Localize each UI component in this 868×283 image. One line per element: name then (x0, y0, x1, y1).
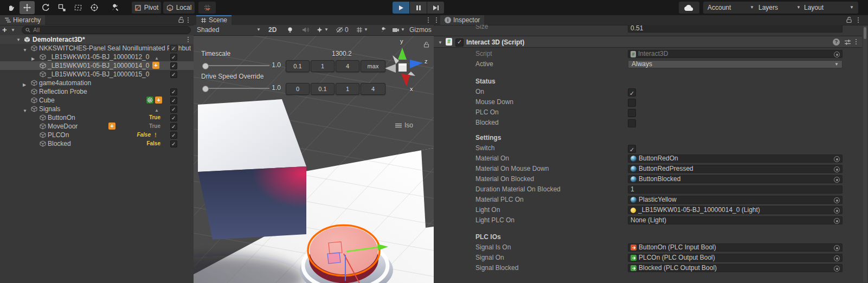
hierarchy-row[interactable]: ButtonOn True (0, 113, 194, 122)
number-field[interactable]: 1 (628, 185, 843, 194)
scene-audio-toggle[interactable] (302, 25, 309, 34)
object-picker-icon[interactable] (834, 156, 840, 162)
create-object-button[interactable]: +▼ (2, 25, 16, 34)
foldout-closed-icon[interactable]: ▶ (31, 55, 35, 61)
light-object-field[interactable]: _LB15WKW01-05-BJ_10000014_0 (Light) (628, 206, 843, 214)
scene-camera-dropdown[interactable]: ▼ (392, 25, 405, 34)
step-button[interactable] (427, 2, 444, 14)
blocked-checkbox[interactable] (628, 119, 636, 127)
scene-row-kebab[interactable] (188, 37, 189, 42)
size-field[interactable]: 0.51 (628, 25, 843, 33)
activation-checkbox[interactable] (170, 106, 177, 113)
foldout-open-icon[interactable]: ▼ (16, 37, 21, 42)
timescale-preset-button[interactable]: 0.1 (286, 60, 310, 72)
object-picker-icon[interactable] (834, 197, 840, 203)
projection-mode-toggle[interactable]: Iso (395, 121, 413, 129)
hierarchy-row[interactable]: PLCOn False ! (0, 131, 194, 139)
mouse-down-checkbox[interactable] (628, 99, 636, 107)
component-menu-kebab[interactable] (856, 39, 857, 44)
activation-checkbox[interactable] (170, 123, 177, 130)
hierarchy-row[interactable]: ▼ Signals ▲ (0, 105, 194, 113)
object-picker-icon[interactable] (834, 266, 840, 272)
signal-object-field[interactable]: Blocked (PLC Output Bool) (628, 264, 843, 272)
scene-tools-overlay-button[interactable] (380, 25, 387, 34)
material-object-field[interactable]: PlasticYellow (628, 196, 843, 204)
2d-toggle[interactable]: 2D (268, 25, 277, 34)
scene-viewport[interactable]: Timescale 1300.2 1.0 0.1 1 4 max Drive S… (194, 36, 434, 283)
object-picker-icon[interactable] (834, 177, 840, 183)
scene-lighting-toggle[interactable] (287, 25, 293, 34)
foldout-open-icon[interactable]: ▼ (23, 107, 27, 113)
gizmo-lock-icon[interactable] (423, 41, 429, 49)
object-picker-icon[interactable] (834, 52, 840, 57)
tab-inspector[interactable]: i Inspector (440, 15, 484, 25)
timescale-preset-button[interactable]: 4 (336, 60, 359, 72)
inspector-menu-kebab[interactable] (858, 17, 859, 23)
tab-hierarchy[interactable]: Hierarchy (0, 15, 45, 25)
activation-checkbox[interactable] (170, 54, 177, 61)
effects-dropdown[interactable]: ▼ (316, 25, 329, 34)
drive-speed-preset-button[interactable]: 0 (286, 83, 310, 95)
pane-handle-kebab[interactable] (436, 17, 437, 23)
hidden-objects-toggle[interactable]: 0 (336, 25, 349, 34)
layers-dropdown[interactable]: Layers▼ (754, 2, 805, 14)
object-picker-icon[interactable] (834, 208, 840, 214)
axis-y-label[interactable]: y (400, 38, 403, 44)
layout-dropdown[interactable]: Layout▼ (800, 2, 858, 14)
material-object-field[interactable]: ButtonRedPressed (628, 165, 843, 173)
inspector-scrollbar[interactable] (863, 25, 867, 282)
component-header[interactable]: ▼ # Interact 3D (Script) ? (434, 36, 862, 48)
axis-z-label[interactable]: z (425, 58, 428, 65)
move-tool-icon[interactable] (20, 1, 35, 14)
activation-checkbox[interactable] (170, 140, 177, 147)
activation-checkbox[interactable] (170, 62, 177, 69)
hierarchy-row[interactable]: ▶ game4automation (0, 79, 194, 87)
object-picker-icon[interactable] (834, 218, 840, 224)
active-dropdown[interactable]: Always ▼ (628, 60, 843, 68)
hierarchy-row[interactable]: Reflection Probe (0, 87, 194, 96)
hierarchy-row[interactable]: MoveDoor + True (0, 122, 194, 131)
scene-menu-kebab[interactable] (428, 17, 429, 23)
draw-mode-dropdown[interactable]: Shaded▼ (197, 25, 261, 34)
hierarchy-menu-kebab[interactable] (188, 17, 189, 23)
signal-object-field[interactable]: PLCOn (PLC Output Bool) (628, 254, 843, 262)
rotate-tool-icon[interactable] (38, 1, 53, 14)
presets-icon[interactable] (844, 39, 851, 46)
grid-visibility-dropdown[interactable]: ▼ (356, 25, 368, 34)
account-dropdown[interactable]: Account▼ (703, 2, 758, 14)
drive-speed-preset-button[interactable]: 0.1 (311, 83, 335, 95)
scene-header-row[interactable]: ▼ DemoInteract3D* (0, 35, 194, 44)
hierarchy-row[interactable]: Blocked False (0, 139, 194, 148)
pause-button[interactable] (410, 2, 427, 14)
hierarchy-row[interactable]: ▼ NKKSWITCHES-Panel Seal Nonilluminated … (0, 44, 194, 53)
hierarchy-row[interactable]: _LB15WKW01-05-BJ_10000015_0 (0, 70, 194, 79)
foldout-open-icon[interactable]: ▼ (23, 46, 27, 53)
material-object-field[interactable]: ButtonBlocked (628, 175, 843, 183)
lock-icon[interactable] (846, 16, 852, 25)
object-picker-icon[interactable] (834, 166, 840, 172)
scale-tool-icon[interactable] (54, 1, 69, 14)
timescale-slider-track[interactable] (203, 65, 269, 66)
transform-tool-icon[interactable] (87, 1, 102, 14)
lock-icon[interactable] (178, 16, 184, 25)
drive-speed-slider-track[interactable] (203, 88, 269, 89)
custom-tools-icon[interactable] (107, 1, 123, 14)
activation-checkbox[interactable] (170, 88, 177, 95)
activation-checkbox[interactable] (170, 45, 177, 52)
object-picker-icon[interactable] (834, 255, 840, 261)
activation-checkbox[interactable] (170, 97, 177, 104)
script-object-field[interactable]: # Interact3D (628, 50, 843, 58)
activation-checkbox[interactable] (170, 132, 177, 139)
rect-tool-icon[interactable] (70, 1, 86, 14)
axis-x-label[interactable]: x (410, 86, 413, 92)
hand-tool-icon[interactable] (3, 1, 18, 14)
local-toggle[interactable]: Local (163, 2, 195, 14)
play-button[interactable] (393, 2, 409, 14)
drive-speed-slider-knob[interactable] (202, 86, 209, 92)
search-input[interactable]: All (22, 26, 191, 34)
help-icon[interactable]: ? (833, 38, 840, 46)
activation-checkbox[interactable] (170, 71, 177, 78)
hierarchy-row[interactable]: Cube + (0, 96, 194, 105)
material-object-field[interactable]: ButtonRedOn (628, 155, 843, 163)
foldout-closed-icon[interactable]: ▶ (23, 81, 26, 87)
